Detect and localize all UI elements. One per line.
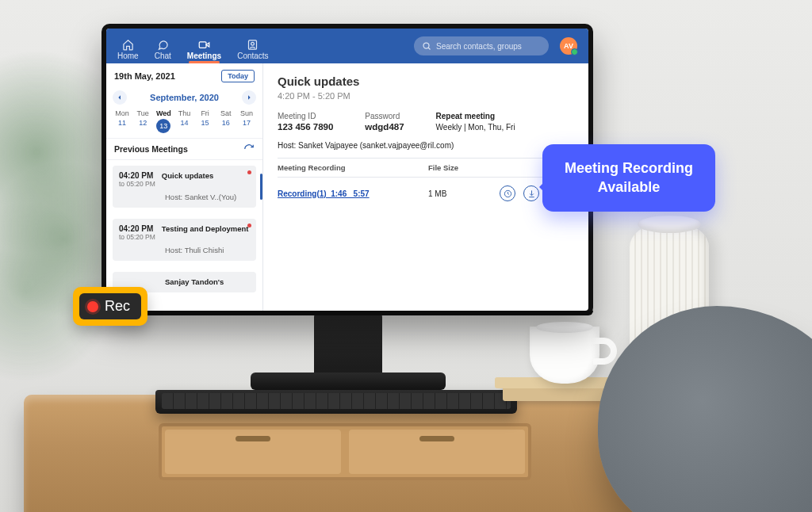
top-nav-bar: Home Chat Meetings (106, 29, 588, 63)
previous-meetings-header: Previous Meetings (114, 144, 188, 154)
sidebar: 19th May, 2021 Today September, 2020 M (106, 63, 263, 311)
meetings-icon (197, 38, 210, 51)
meeting-host: Host: Sanket V..(You) (119, 193, 250, 201)
callout-line1: Meeting Recording (565, 159, 693, 178)
search-input[interactable] (436, 42, 541, 51)
meeting-host: Host: Thuli Chishi (119, 246, 250, 254)
meeting-title: Testing and Deployment (162, 224, 249, 241)
repeat-label: Repeat meeting (436, 112, 515, 120)
weekday-mon[interactable]: Mon11 (114, 109, 130, 133)
weekday-wed[interactable]: Wed13 (155, 109, 171, 133)
meeting-time-to: to 05:20 PM (119, 180, 155, 188)
rec-badge: Rec (73, 287, 147, 326)
copy-link-button[interactable] (500, 185, 515, 201)
refresh-icon[interactable] (243, 143, 255, 155)
recording-dot-icon (247, 170, 251, 174)
callout-line2: Available (565, 178, 693, 197)
app-screen: Home Chat Meetings (106, 29, 588, 311)
svg-point-3 (423, 43, 429, 48)
month-label: September, 2020 (150, 93, 219, 102)
contacts-icon (247, 38, 259, 51)
host-line: Host: Sanket Vajpayee (sanket.vajpayee@r… (278, 141, 574, 150)
nav-home[interactable]: Home (117, 38, 139, 63)
weekday-sun[interactable]: Sun17 (239, 109, 255, 133)
rec-label: Rec (105, 298, 130, 315)
detail-time-range: 4:20 PM - 5:20 PM (278, 91, 574, 101)
col-size-label: File Size (428, 163, 500, 172)
password-label: Password (365, 112, 404, 120)
nav-chat-label: Chat (155, 52, 171, 60)
recording-dot-icon (247, 224, 251, 227)
today-button[interactable]: Today (221, 70, 255, 82)
meeting-time: 04:20 PM (119, 224, 155, 233)
recording-link[interactable]: Recording(1)_1:46_ 5:57 (278, 189, 370, 198)
callout-bubble: Meeting Recording Available (542, 144, 715, 212)
home-icon (121, 38, 134, 51)
next-month-button[interactable] (242, 90, 256, 105)
week-strip: Mon11 Tue12 Wed13 Thu14 Fri15 Sat16 Sun1… (106, 109, 262, 138)
weekday-thu[interactable]: Thu14 (176, 109, 192, 133)
meeting-time-to: to 05:20 PM (119, 233, 155, 241)
weekday-tue[interactable]: Tue12 (135, 109, 151, 133)
nav-meetings-label: Meetings (187, 52, 221, 60)
weekday-fri[interactable]: Fri15 (197, 109, 213, 133)
meeting-title: Sanjay Tandon's (165, 277, 224, 286)
record-icon (87, 301, 98, 312)
svg-rect-0 (199, 41, 206, 48)
search-box[interactable] (414, 36, 549, 55)
detail-title: Quick updates (278, 75, 574, 88)
meeting-id-label: Meeting ID (278, 112, 333, 120)
col-recording-label: Meeting Recording (278, 163, 428, 172)
weekday-sat[interactable]: Sat16 (218, 109, 234, 133)
meeting-card-2[interactable]: 04:20 PM to 05:20 PM Testing and Deploym… (113, 219, 256, 261)
keyboard (155, 390, 517, 414)
repeat-value: Weekly | Mon, Thu, Fri (436, 123, 515, 132)
chat-icon (156, 38, 169, 51)
meeting-id-value: 123 456 7890 (278, 122, 333, 132)
password-value: wdgd487 (365, 122, 404, 132)
nav-chat[interactable]: Chat (155, 38, 171, 63)
meeting-time: 04:20 PM (119, 171, 155, 180)
recording-table-header: Meeting Recording File Size (278, 158, 574, 178)
prev-month-button[interactable] (113, 90, 127, 105)
nav-contacts-label: Contacts (237, 52, 268, 60)
monitor: Home Chat Meetings (102, 24, 593, 315)
recording-row: Recording(1)_1:46_ 5:57 1 MB (278, 178, 574, 209)
meeting-title: Quick updates (162, 171, 213, 188)
nav-home-label: Home (117, 52, 139, 60)
user-avatar[interactable]: AV (560, 37, 577, 55)
recording-size: 1 MB (428, 189, 500, 198)
meeting-card-1[interactable]: 04:20 PM to 05:20 PM Quick updates Host:… (113, 166, 256, 208)
svg-point-2 (251, 42, 255, 45)
current-date: 19th May, 2021 (114, 71, 175, 81)
search-icon (422, 41, 431, 51)
nav-meetings[interactable]: Meetings (187, 38, 221, 63)
nav-contacts[interactable]: Contacts (237, 38, 268, 63)
